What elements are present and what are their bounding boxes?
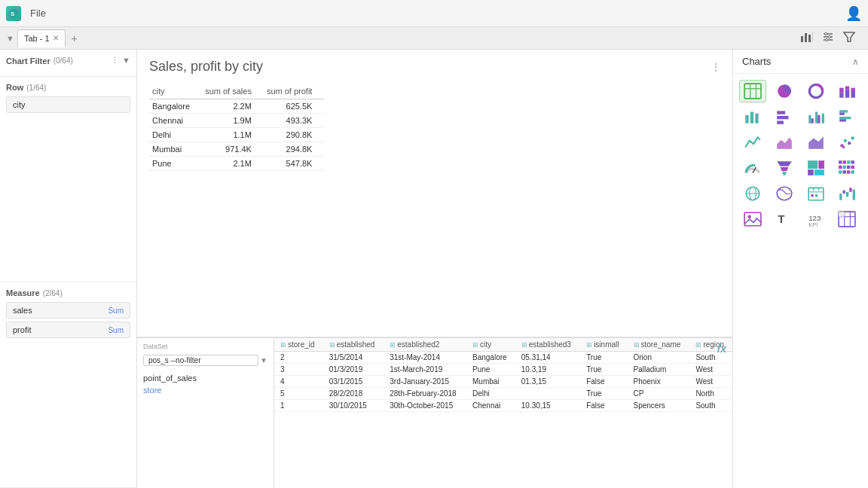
chart-type-bar[interactable] [739,105,766,128]
chart-type-hbar[interactable] [771,105,798,128]
chart-type-text[interactable]: T [771,208,798,230]
svg-marker-50 [781,172,787,175]
chart-type-funnel[interactable] [771,157,798,179]
chart-type-filled-area[interactable] [802,131,830,154]
chart-type-treemap[interactable] [802,157,830,179]
chart-type-image[interactable] [739,208,766,230]
chart-cell: Delhi [149,128,202,142]
svg-rect-34 [818,115,820,124]
svg-point-11 [826,39,828,41]
measure-field-profit[interactable]: profit Sum [6,322,130,338]
datasource-store-link[interactable]: store [143,386,267,395]
user-icon[interactable]: 👤 [845,5,862,22]
chart-type-area[interactable] [771,131,798,154]
chart-cell: Mumbai [149,142,202,157]
svg-point-46 [842,146,845,148]
bottom-table-area: DataSet pos_s --no-filter ▼ point_of_sal… [137,337,732,488]
measure-count: (2/64) [43,289,63,297]
chart-type-scatter[interactable] [833,131,860,154]
svg-rect-27 [755,114,758,124]
chart-type-stacked[interactable] [833,80,860,102]
svg-rect-63 [839,170,842,173]
svg-point-9 [825,33,827,35]
chart-type-heatmap[interactable] [833,157,860,179]
chart-type-crosstab[interactable] [833,208,860,230]
svg-rect-36 [839,110,848,112]
svg-point-45 [851,136,854,139]
svg-rect-80 [850,188,852,191]
table-cell: False [580,400,627,412]
svg-rect-35 [821,114,824,124]
svg-marker-49 [780,167,788,171]
chart-cell: 2.2M [202,99,264,114]
dataset-selector[interactable]: pos_s --no-filter ▼ [143,355,267,366]
measure-sales-label: sales [13,306,32,315]
charts-grid: T 123KPI [733,74,868,236]
svg-rect-5 [812,32,813,42]
svg-rect-64 [843,170,846,173]
chart-cell: 1.9M [202,114,264,128]
chart-type-table[interactable] [739,80,766,102]
bottom-col-store_name: ⊞store_name [628,338,690,352]
app-title: File [30,8,46,19]
settings-icon[interactable] [821,30,835,46]
table-cell: 30/10/2015 [323,400,384,412]
measure-header: Measure (2/64) [6,288,130,297]
chart-cell: 547.8K [264,157,325,171]
dataset-arrow[interactable]: ▼ [260,356,267,364]
chart-type-globe[interactable] [739,182,766,205]
table-cell: 10.3,19 [515,364,580,376]
more-icon[interactable]: ⋮ [111,56,119,66]
svg-rect-23 [851,91,855,98]
chart-type-waterfall[interactable] [833,182,860,205]
chart-type-number[interactable]: 123KPI [802,208,830,230]
tab-dropdown[interactable]: ▼ [6,34,14,43]
add-tab-button[interactable]: + [69,32,81,44]
chart-type-line[interactable] [739,131,766,154]
chart-filter-header: Chart Filter (0/64) ⋮ ▼ [6,56,130,66]
tab-bar: ▼ Tab - 1 ✕ + [0,27,868,50]
expand-icon[interactable]: ▼ [122,56,130,66]
fx-icon[interactable]: fx [717,343,726,355]
svg-rect-77 [839,194,842,200]
chart-type-grouped-bar[interactable] [802,105,830,128]
charts-collapse-icon[interactable]: ∧ [852,56,859,67]
chart-type-pie[interactable] [771,80,798,102]
chart-header: Sales, profit by city ⋮ [149,59,720,75]
table-cell: 05.31,14 [515,352,580,364]
chart-menu-icon[interactable]: ⋮ [711,62,720,72]
filter-icon[interactable] [842,30,856,46]
bottom-col-city: ⊞city [466,338,515,352]
chart-cell: 290.8K [264,128,325,142]
row-field[interactable]: city [6,96,130,113]
svg-point-43 [844,139,847,142]
bar-chart-icon[interactable] [800,30,814,46]
chart-type-hgrouped-bar[interactable] [833,105,860,128]
measure-section: Measure (2/64) sales Sum profit Sum [0,282,136,488]
svg-rect-54 [814,169,824,175]
chart-filter-icons: ⋮ ▼ [111,56,130,66]
tab-1[interactable]: Tab - 1 ✕ [17,29,66,47]
table-cell: 1st-March-2019 [384,364,466,376]
table-cell: 2 [274,352,323,364]
chart-type-world-map[interactable] [771,182,798,205]
svg-rect-75 [811,194,813,197]
datasource-panel: DataSet pos_s --no-filter ▼ point_of_sal… [137,338,274,488]
svg-rect-25 [745,115,748,124]
tab-close[interactable]: ✕ [53,34,59,42]
chart-cell: Pune [149,157,202,171]
measure-field-sales[interactable]: sales Sum [6,302,130,319]
chart-cell: Bangalore [149,99,202,114]
svg-rect-65 [847,170,850,173]
chart-type-donut[interactable] [802,80,830,102]
table-cell: 31st-May-2014 [384,352,466,364]
bottom-col-established2: ⊞established2 [384,338,466,352]
svg-rect-32 [811,118,813,124]
table-cell: 5 [274,388,323,400]
chart-type-calendar[interactable] [802,182,830,205]
chart-area: Sales, profit by city ⋮ city sum of sale… [137,50,732,337]
svg-rect-13 [744,84,761,99]
bottom-col-store_id: ⊞store_id [274,338,323,352]
chart-type-gauge[interactable] [739,157,766,179]
table-cell: West [689,364,732,376]
